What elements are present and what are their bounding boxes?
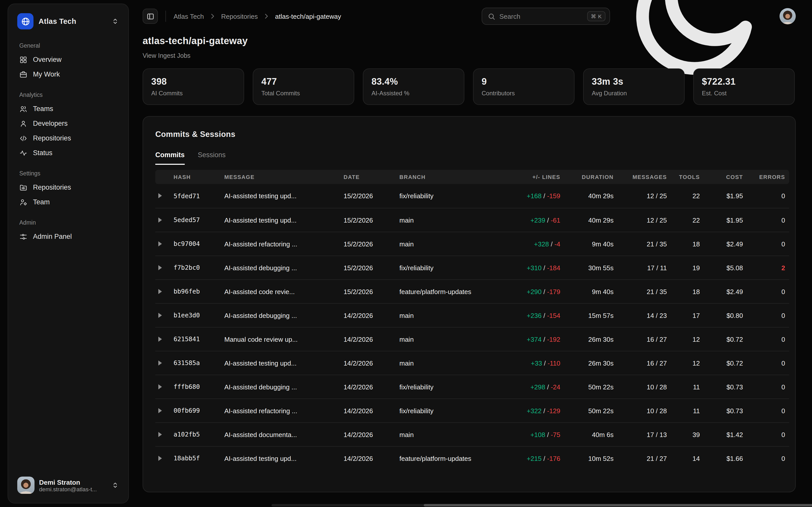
expand-caret-icon[interactable] [158,456,162,461]
expand-caret-icon[interactable] [158,384,162,389]
user-menu[interactable]: Demi Straton demi.straton@atlas-t... [14,473,122,497]
commit-row[interactable]: a102fb5 AI-assisted documenta... 14/2/20… [155,422,789,446]
commit-lines: +310 / -184 [503,264,564,272]
commit-tools: 11 [671,383,704,391]
commit-row[interactable]: 6215841 Manual code review up... 14/2/20… [155,327,789,351]
commit-lines: +236 / -154 [503,312,564,319]
commit-errors: 0 [747,240,789,248]
commit-hash: bb96feb [173,288,224,295]
commit-branch: fix/reliability [399,192,503,200]
expand-caret-icon[interactable] [158,336,162,341]
expand-caret-icon[interactable] [158,217,162,222]
commit-messages: 16 / 27 [618,335,671,343]
tab-sessions[interactable]: Sessions [198,151,226,165]
commit-hash: 631585a [173,359,224,367]
commit-tools: 22 [671,192,704,200]
commit-errors: 0 [747,455,789,462]
sidebar-item-team[interactable]: Team [14,195,122,209]
expand-caret-icon[interactable] [158,265,162,270]
commit-branch: main [399,216,503,224]
commit-messages: 17 / 11 [618,264,671,272]
commit-row[interactable]: f7b2bc0 AI-assisted debugging ... 15/2/2… [155,256,789,279]
expand-caret-icon[interactable] [158,408,162,413]
commit-hash: f7b2bc0 [173,264,224,271]
commit-message: AI-assisted documenta... [224,431,344,438]
sidebar-section: Analytics Teams Developers Repositories … [14,92,122,160]
commit-hash: b1ee3d0 [173,312,224,319]
commit-duration: 40m 6s [564,431,618,438]
commit-row[interactable]: bc97004 AI-assisted refactoring ... 15/2… [155,232,789,256]
commit-message: AI-assisted testing upd... [224,455,344,462]
commit-branch: fix/reliability [399,383,503,391]
commit-row[interactable]: 18abb5f AI-assisted testing upd... 14/2/… [155,446,789,470]
commit-row[interactable]: bb96feb AI-assisted code revie... 15/2/2… [155,279,789,303]
stat-card: 9 Contributors [473,68,574,105]
org-switcher[interactable]: Atlas Tech [14,11,122,32]
commit-branch: main [399,312,503,319]
profile-avatar[interactable] [779,8,796,24]
user-icon [19,119,28,127]
commit-row[interactable]: 5fded71 AI-assisted testing upd... 15/2/… [155,184,789,208]
expand-caret-icon[interactable] [158,313,162,318]
commit-errors: 0 [747,335,789,343]
search-input[interactable]: Search ⌘ K [481,8,610,25]
commit-duration: 26m 30s [564,335,618,343]
folder-git-icon [19,183,28,191]
sidebar-item-overview[interactable]: Overview [14,52,122,67]
view-ingest-jobs-link[interactable]: View Ingest Jobs [143,52,191,59]
briefcase-icon [19,70,28,78]
commit-message: Manual code review up... [224,335,344,343]
expand-caret-icon[interactable] [158,360,162,365]
commit-row[interactable]: 00fb699 AI-assisted refactoring ... 14/2… [155,398,789,422]
sidebar-item-my-work[interactable]: My Work [14,67,122,81]
sidebar-section-items: Overview My Work [14,52,122,81]
tab-commits[interactable]: Commits [155,151,185,165]
sidebar-item-developers[interactable]: Developers [14,116,122,131]
commit-tools: 19 [671,264,704,272]
breadcrumb-repositories[interactable]: Repositories [221,12,258,20]
commit-message: AI-assisted refactoring ... [224,407,344,414]
commit-row[interactable]: b1ee3d0 AI-assisted debugging ... 14/2/2… [155,303,789,327]
scrollbar-thumb[interactable] [424,504,812,506]
sidebar-item-repositories[interactable]: Repositories [14,180,122,195]
org-name: Atlas Tech [39,17,106,25]
commit-row[interactable]: fffb680 AI-assisted debugging ... 14/2/2… [155,375,789,398]
sidebar-item-status[interactable]: Status [14,146,122,160]
breadcrumb-org[interactable]: Atlas Tech [173,12,204,20]
commit-lines: +215 / -176 [503,455,564,462]
code-icon [19,134,28,142]
commit-duration: 50m 22s [564,407,618,414]
sidebar-item-teams[interactable]: Teams [14,101,122,116]
commit-message: AI-assisted refactoring ... [224,240,344,248]
commit-duration: 15m 57s [564,312,618,319]
sidebar-section-label: Admin [14,220,122,226]
chevron-right-icon [262,12,270,20]
sidebar-item-label: Repositories [33,183,71,191]
sidebar-card: Atlas Tech General Overview My Work Anal… [8,4,129,503]
sidebar-item-label: Developers [33,120,68,127]
horizontal-scrollbar[interactable] [271,504,812,506]
expand-caret-icon[interactable] [158,241,162,246]
expand-caret-icon[interactable] [158,289,162,294]
sidebar-toggle-button[interactable] [143,9,158,24]
expand-caret-icon[interactable] [158,193,162,198]
commit-row[interactable]: 5eded57 AI-assisted testing upd... 15/2/… [155,208,789,232]
commit-tools: 18 [671,288,704,295]
panel-title: Commits & Sessions [155,130,789,139]
stat-label: AI-Assisted % [371,90,456,97]
commit-branch: fix/reliability [399,264,503,272]
sidebar-item-admin-panel[interactable]: Admin Panel [14,229,122,244]
sidebar: Atlas Tech General Overview My Work Anal… [0,0,130,507]
commit-errors: 0 [747,407,789,414]
commit-row[interactable]: 631585a AI-assisted testing upd... 14/2/… [155,351,789,375]
sidebar-section-items: Repositories Team [14,180,122,209]
stat-label: Est. Cost [702,90,786,97]
sidebar-section-label: Analytics [14,92,122,98]
sidebar-item-repositories[interactable]: Repositories [14,131,122,146]
commit-date: 15/2/2026 [344,264,399,272]
commit-messages: 10 / 28 [618,407,671,414]
commit-date: 15/2/2026 [344,240,399,248]
commit-date: 15/2/2026 [344,192,399,200]
expand-caret-icon[interactable] [158,432,162,437]
commit-errors: 0 [747,288,789,295]
